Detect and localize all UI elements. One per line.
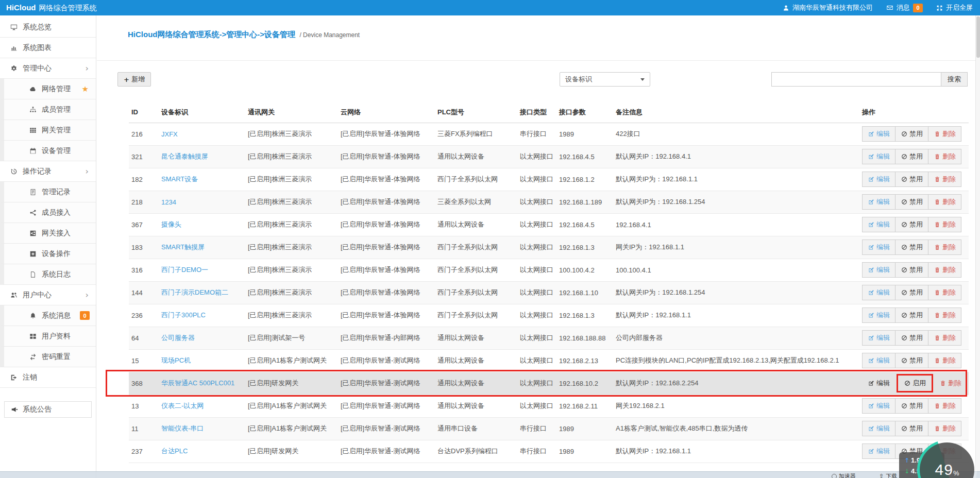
- toggle-enable-button[interactable]: 禁用: [895, 308, 928, 323]
- edit-button[interactable]: 编辑: [862, 240, 895, 255]
- device-name-link[interactable]: SMART设备: [161, 175, 198, 183]
- add-device-button[interactable]: + 新增: [117, 72, 151, 87]
- device-name-link[interactable]: SMART触摸屏: [161, 243, 205, 251]
- sidebar-item-label: 系统总览: [23, 23, 52, 32]
- toggle-enable-button[interactable]: 禁用: [895, 330, 928, 346]
- edit-button[interactable]: 编辑: [862, 421, 895, 436]
- toggle-enable-button[interactable]: 禁用: [895, 194, 928, 210]
- toggle-enable-button[interactable]: 禁用: [895, 240, 928, 255]
- sidebar-item-label: 系统日志: [42, 270, 71, 279]
- delete-button[interactable]: 删除: [928, 398, 961, 414]
- edit-button[interactable]: 编辑: [862, 398, 895, 414]
- sidebar-item-label: 设备操作: [42, 249, 71, 259]
- delete-button[interactable]: 删除: [934, 375, 967, 391]
- device-name-link[interactable]: 西门子300PLC: [161, 311, 206, 319]
- edit-button[interactable]: 编辑: [862, 308, 895, 323]
- device-name-link[interactable]: 智能仪表-串口: [161, 424, 204, 432]
- toggle-enable-button[interactable]: 启用: [898, 375, 932, 391]
- ban-icon: [901, 425, 907, 432]
- edit-button[interactable]: 编辑: [862, 126, 895, 142]
- device-name-link[interactable]: 公司服务器: [161, 334, 195, 342]
- sidebar-item-device-management[interactable]: 设备管理: [0, 141, 96, 161]
- ban-icon: [901, 312, 907, 318]
- device-name-link[interactable]: 西门子演示DEMO箱二: [161, 288, 228, 296]
- device-name-link[interactable]: 现场PC机: [161, 356, 191, 364]
- sidebar-item-user-profile[interactable]: 用户资料: [0, 326, 96, 347]
- sidebar-item-member-management[interactable]: 成员管理: [0, 99, 96, 120]
- toggle-enable-button[interactable]: 禁用: [895, 285, 928, 300]
- edit-button[interactable]: 编辑: [862, 330, 895, 346]
- edit-button[interactable]: 编辑: [862, 194, 895, 210]
- device-name-link[interactable]: 摄像头: [161, 220, 181, 228]
- scrollbar-thumb[interactable]: [976, 16, 980, 58]
- delete-button[interactable]: 删除: [928, 262, 961, 278]
- sidebar-item-system-charts[interactable]: 系统图表: [0, 38, 96, 58]
- fullscreen-toggle[interactable]: 开启全屏: [936, 3, 973, 12]
- delete-button[interactable]: 删除: [928, 421, 961, 436]
- sidebar-item-network-management[interactable]: 网络管理★: [0, 79, 96, 99]
- delete-button[interactable]: 删除: [928, 126, 961, 142]
- sidebar-item-management-records[interactable]: 管理记录: [0, 182, 96, 202]
- sidebar-item-operation-records[interactable]: 操作记录›: [0, 161, 96, 182]
- edit-button[interactable]: 编辑: [862, 285, 895, 300]
- edit-button[interactable]: 编辑: [862, 149, 895, 164]
- device-plc-model: 西门子全系列以太网: [437, 243, 498, 251]
- sidebar-item-user-center[interactable]: 用户中心›: [0, 285, 96, 305]
- sidebar-item-system-messages[interactable]: 系统消息0: [0, 305, 96, 326]
- edit-button[interactable]: 编辑: [862, 353, 895, 368]
- sidebar-box-system-announcement[interactable]: 系统公告: [4, 401, 92, 418]
- device-name-link[interactable]: 昆仑通泰触摸屏: [161, 152, 208, 160]
- download-label: 下载: [886, 472, 897, 478]
- device-name-link[interactable]: 华辰智通AC 500PLC001: [161, 379, 234, 387]
- sidebar-item-device-operations[interactable]: 设备操作: [0, 244, 96, 264]
- device-cloud: [已启用]华辰智通-体验网络: [341, 266, 420, 274]
- edit-icon: [868, 357, 874, 364]
- toggle-enable-button[interactable]: 禁用: [895, 421, 928, 436]
- device-filter-select[interactable]: 设备标识: [560, 72, 650, 87]
- sidebar-item-gateway-access[interactable]: 网关接入: [0, 223, 96, 244]
- sidebar-item-label: 系统图表: [23, 43, 52, 53]
- device-gateway: [已启用]研发网关: [248, 379, 298, 387]
- sidebar-item-member-access[interactable]: 成员接入: [0, 202, 96, 223]
- search-input[interactable]: [771, 72, 941, 87]
- delete-button[interactable]: 删除: [928, 172, 961, 187]
- delete-button[interactable]: 删除: [928, 240, 961, 255]
- messages-menu[interactable]: 消息 0: [886, 3, 923, 12]
- edit-button[interactable]: 编辑: [862, 443, 895, 459]
- delete-button[interactable]: 删除: [928, 353, 961, 368]
- toggle-enable-button[interactable]: 禁用: [895, 398, 928, 414]
- delete-button[interactable]: 删除: [928, 217, 961, 232]
- toggle-enable-button[interactable]: 禁用: [895, 217, 928, 232]
- edit-button[interactable]: 编辑: [862, 262, 895, 278]
- sidebar-item-system-logs[interactable]: 系统日志: [0, 264, 96, 285]
- device-name-link[interactable]: 台达PLC: [161, 447, 188, 455]
- accelerator-item[interactable]: 加速器: [832, 472, 856, 478]
- edit-button[interactable]: 编辑: [862, 217, 895, 232]
- page-scrollbar[interactable]: [975, 15, 980, 478]
- device-name-link[interactable]: JXFX: [161, 130, 178, 138]
- sidebar-item-logout[interactable]: 注销: [0, 367, 96, 388]
- device-interface-type: 以太网接口: [520, 152, 553, 160]
- device-name-link[interactable]: 西门子DEMO一: [161, 266, 208, 274]
- download-item[interactable]: ⇧ 下载: [879, 472, 897, 478]
- device-name-link[interactable]: 仪表二-以太网: [161, 402, 204, 409]
- edit-button[interactable]: 编辑: [862, 172, 895, 187]
- toggle-enable-button[interactable]: 禁用: [895, 353, 928, 368]
- toggle-enable-button[interactable]: 禁用: [895, 172, 928, 187]
- toggle-enable-button[interactable]: 禁用: [895, 262, 928, 278]
- delete-button[interactable]: 删除: [928, 330, 961, 346]
- delete-button[interactable]: 删除: [928, 308, 961, 323]
- toggle-enable-button[interactable]: 禁用: [895, 126, 928, 142]
- edit-button[interactable]: 编辑: [862, 375, 895, 391]
- device-name-link[interactable]: 1234: [161, 198, 176, 206]
- sidebar-item-gateway-management[interactable]: 网关管理: [0, 120, 96, 141]
- company-account[interactable]: 湖南华辰智通科技有限公司: [783, 3, 873, 12]
- sidebar-item-system-overview[interactable]: 系统总览: [0, 17, 96, 38]
- sidebar-item-password-reset[interactable]: 密码重置: [0, 347, 96, 367]
- delete-button[interactable]: 删除: [928, 149, 961, 164]
- search-button[interactable]: 搜索: [941, 72, 968, 87]
- toggle-enable-button[interactable]: 禁用: [895, 149, 928, 164]
- sidebar-item-management-center[interactable]: 管理中心›: [0, 58, 96, 79]
- delete-button[interactable]: 删除: [928, 285, 961, 300]
- delete-button[interactable]: 删除: [928, 194, 961, 210]
